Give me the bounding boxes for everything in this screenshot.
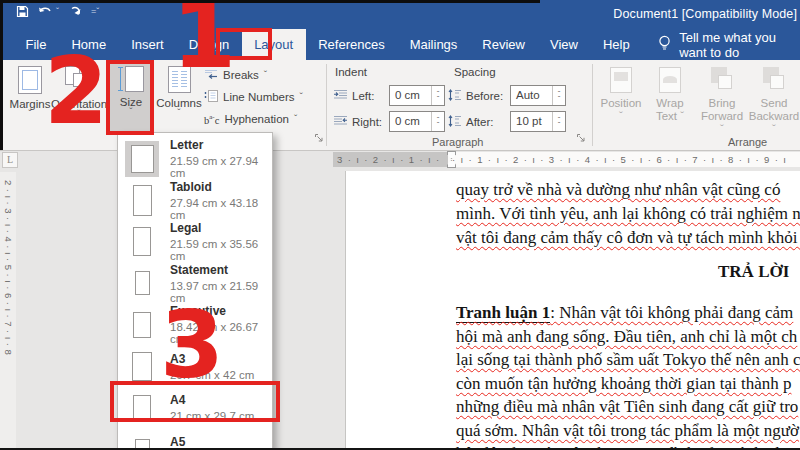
document-text: quay trở về nhà và dường như nhân vật cũ… <box>456 178 800 450</box>
chevron-down-icon: ˇ <box>619 110 623 122</box>
indent-right-field-label: Right: <box>352 116 385 128</box>
doc-line: còn muốn tận hưởng khoảng thời gian tại … <box>456 372 800 396</box>
tab-mailings[interactable]: Mailings <box>397 29 470 60</box>
annotation-box-size <box>106 60 154 135</box>
margins-icon <box>18 66 42 94</box>
chevron-down-icon: ˇ <box>177 110 180 118</box>
tab-selector[interactable]: L <box>2 152 18 168</box>
page-size-icon <box>125 224 159 260</box>
spacing-before-icon <box>448 89 462 103</box>
screenshot-edge <box>0 0 3 150</box>
indent-right-icon <box>333 115 348 128</box>
indent-right-stepper[interactable]: 0 cmˆˇ <box>389 111 445 132</box>
hyphenation-button[interactable]: ba-c Hyphenationˇ <box>204 108 322 130</box>
bring-forward-button: BringForward ˇ <box>698 62 746 136</box>
tab-view[interactable]: View <box>537 29 590 60</box>
ruler-main-segment: ·ı·1·ı·2·ı·3·ı·4·ı·5·ı·6·ı·7·ı·8·ı·9·ı <box>448 152 800 167</box>
page-setup-dialog-launcher[interactable] <box>314 129 324 147</box>
doc-line: quá sớm. Nhân vật tôi trong tác phẩm là … <box>456 419 800 443</box>
spacing-label: Spacing <box>454 66 496 78</box>
page-size-icon <box>125 265 159 301</box>
doc-heading: TRẢ LỜI <box>718 260 800 284</box>
screenshot-edge <box>0 0 540 3</box>
spacing-after-field-label: After: <box>466 116 506 128</box>
first-line-indent-marker <box>447 151 456 159</box>
save-icon[interactable] <box>16 5 29 18</box>
customize-qat-chevron[interactable]: =ˇ <box>91 7 99 16</box>
hyphenation-icon: ba-c <box>204 113 219 126</box>
tell-me-box[interactable]: Tell me what you want to do <box>658 29 800 60</box>
send-backward-button: SendBackward ˇ <box>750 62 798 136</box>
size-option-letter[interactable]: Letter21.59 cm x 27.94 cm <box>118 138 272 180</box>
quick-access-toolbar: ˇ =ˇ <box>16 5 99 18</box>
indent-left-icon <box>333 89 348 102</box>
size-option-tabloid[interactable]: Tabloid27.94 cm x 43.18 cm <box>118 180 272 222</box>
chevron-down-icon: ˇ <box>28 111 31 119</box>
annotation-step-1: 1 <box>172 0 236 82</box>
doc-line: những điều mà nhân vật Tiên sinh đang cấ… <box>456 395 800 419</box>
spacing-after-stepper[interactable]: 10 ptˆˇ <box>510 111 566 132</box>
size-option-a5[interactable]: A514.8 cm x 21 cm <box>118 429 272 450</box>
doc-answer-lead: Tranh luận 1 <box>456 303 550 323</box>
spacing-before-stepper[interactable]: Autoˆˇ <box>510 85 566 106</box>
page-size-icon <box>125 141 159 177</box>
paragraph-group-label: Paragraph <box>432 136 483 148</box>
indent-left-field-label: Left: <box>352 90 385 102</box>
hanging-indent-marker <box>447 160 456 168</box>
line-numbers-icon <box>204 90 218 104</box>
doc-line: hội mà anh đang sống. Đầu tiên, anh chỉ … <box>456 325 800 349</box>
doc-line: vật tôi đang cảm thấy cô đơn và tự tách … <box>456 226 800 250</box>
vertical-ruler[interactable]: 2·ı·3·ı·4·ı·5·ı·6·ı·7·ı·8 <box>0 172 16 450</box>
annotation-step-2: 2 <box>44 46 108 138</box>
wrap-text-button: WrapText ˇ <box>646 62 694 123</box>
position-button: Position ˇ <box>597 62 645 122</box>
tab-references[interactable]: References <box>306 29 397 60</box>
title-bar: ˇ =ˇ Document1 [Compatibility Mode] <box>0 0 800 29</box>
page-size-icon <box>125 348 159 384</box>
tab-insert[interactable]: Insert <box>119 29 177 60</box>
doc-line: quay trở về nhà và dường như nhân vật cũ… <box>456 178 800 202</box>
redo-icon[interactable] <box>68 5 82 18</box>
bring-forward-icon <box>709 67 735 93</box>
doc-line: lại sống tại thành phố sầm uất Tokyo thế… <box>456 348 800 372</box>
document-page[interactable]: quay trở về nhà và dường như nhân vật cũ… <box>345 171 800 450</box>
annotation-step-3: 3 <box>160 300 224 392</box>
ruler-margin-segment: 3·ı·2·ı·1·ı· <box>333 152 448 167</box>
spacing-before-field-label: Before: <box>466 90 506 102</box>
spacing-after-icon <box>448 115 462 129</box>
indent-left-stepper[interactable]: 0 cmˆˇ <box>389 85 445 106</box>
page-size-icon <box>125 307 159 343</box>
paragraph-dialog-launcher[interactable] <box>576 129 586 147</box>
doc-answer-paragraph: Tranh luận 1: Nhân vật tôi không phải đa… <box>456 301 800 450</box>
undo-dropdown-chevron[interactable]: ˇ <box>56 7 59 16</box>
ribbon-tab-bar: File Home Insert Design Layout Reference… <box>0 29 800 60</box>
vertical-ruler-ticks: 2·ı·3·ı·4·ı·5·ı·6·ı·7·ı·8 <box>3 180 14 358</box>
doc-line: mình. Với tình yêu, anh lại không có trả… <box>456 202 800 226</box>
tab-review[interactable]: Review <box>470 29 538 60</box>
document-title: Document1 [Compatibility Mode] <box>613 7 797 21</box>
indent-label: Indent <box>335 66 367 78</box>
horizontal-ruler[interactable]: 3·ı·2·ı·1·ı· ·ı·1·ı·2·ı·3·ı·4·ı·5·ı·6·ı·… <box>333 152 800 167</box>
page-size-icon <box>125 182 159 218</box>
line-numbers-button[interactable]: Line Numbersˇ <box>204 86 322 108</box>
undo-icon[interactable] <box>38 6 53 18</box>
tell-me-label: Tell me what you want to do <box>679 30 800 60</box>
size-option-legal[interactable]: Legal21.59 cm x 35.56 cm <box>118 221 272 263</box>
lightbulb-icon <box>658 35 671 54</box>
send-backward-icon <box>761 67 787 93</box>
arrange-group-label: Arrange <box>728 136 767 148</box>
tab-help[interactable]: Help <box>590 29 642 60</box>
wrap-text-icon <box>659 67 681 93</box>
position-icon <box>610 67 632 93</box>
indent-markers[interactable] <box>447 151 457 168</box>
